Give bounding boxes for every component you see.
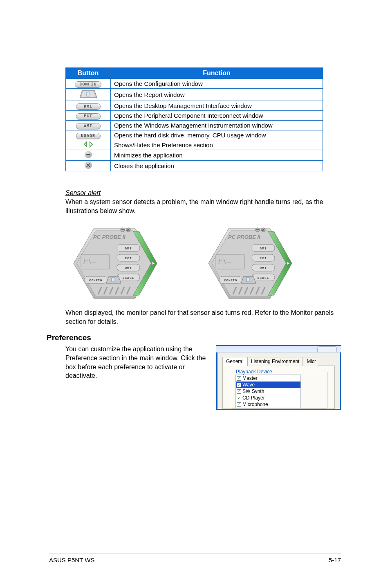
list-item[interactable]: ✓SW Synth (236, 388, 300, 395)
page-footer: ASUS P5NT WS 5-17 (49, 554, 341, 563)
button-cell (66, 161, 111, 171)
wmi-button[interactable]: WMI (76, 123, 101, 129)
sensor-alert-heading: Sensor alert (65, 189, 341, 197)
window-titlebar (216, 346, 341, 352)
list-item[interactable]: ✓Wave (236, 382, 300, 388)
svg-text:PCI: PCI (125, 256, 132, 260)
function-cell: Opens the Desktop Management Interface w… (111, 101, 323, 111)
checkbox[interactable]: ✓ (237, 396, 241, 400)
col-header-button: Button (66, 68, 111, 79)
checkbox[interactable]: ✓ (237, 402, 241, 407)
tab-listening-environment[interactable]: Listening Environment (247, 357, 303, 366)
svg-text:PC PROBE II: PC PROBE II (93, 234, 126, 240)
list-item-label: Microphone (242, 402, 268, 407)
dmi-button[interactable]: DMI (76, 103, 101, 110)
svg-marker-4 (90, 142, 92, 147)
checkbox[interactable]: ✓ (237, 383, 241, 387)
table-row: Shows/Hides the Preference section (66, 140, 323, 150)
function-cell: Opens the Windows Management Instrumenta… (111, 121, 323, 130)
function-cell: Opens the Peripheral Component Interconn… (111, 111, 323, 121)
table-row: Closes the application (66, 161, 323, 171)
svg-text:WMI: WMI (125, 266, 132, 270)
button-function-table: Button Function CONFIGOpens the Configur… (65, 67, 323, 171)
button-cell (66, 89, 111, 101)
col-header-function: Function (111, 68, 323, 79)
hex-illustrations-row: PC PROBE II /≡∖ ─ DMI PCI WMI USAGE CONF… (69, 222, 341, 304)
list-item[interactable]: ✓Microphone (236, 401, 300, 408)
pc-probe-hexagon-red: PC PROBE II /≡∖ ─ DMI PCI WMI USAGE CONF… (204, 222, 294, 304)
table-row: USAGEOpens the hard disk drive, memory, … (66, 130, 323, 140)
table-row: WMIOpens the Windows Management Instrume… (66, 121, 323, 130)
svg-text:PCI: PCI (260, 256, 267, 260)
preferences-heading: Preferences (47, 333, 341, 342)
preferences-para: You can customize the application using … (65, 345, 206, 380)
button-cell (66, 150, 111, 161)
tab-micr[interactable]: Micr (303, 357, 318, 366)
list-item-label: CD Player (242, 395, 265, 401)
button-cell: WMI (66, 121, 111, 130)
sensor-alert-para1: When a system sensor detects a problem, … (65, 197, 341, 215)
function-cell: Opens the Configuration window (111, 79, 323, 89)
button-cell: PCI (66, 111, 111, 121)
svg-text:USAGE: USAGE (257, 276, 269, 280)
minimize-icon[interactable] (85, 151, 92, 158)
function-cell: Opens the hard disk drive, memory, CPU u… (111, 130, 323, 140)
list-item-label: SW Synth (242, 388, 264, 394)
tab-row: General Listening Environment Micr (217, 357, 340, 366)
svg-text:PC PROBE II: PC PROBE II (228, 234, 260, 240)
close-icon[interactable] (85, 162, 92, 169)
button-cell: USAGE (66, 130, 111, 140)
button-cell: DMI (66, 101, 111, 111)
svg-rect-28 (112, 278, 115, 282)
footer-page-number: 5-17 (329, 557, 341, 563)
table-row: DMIOpens the Desktop Management Interfac… (66, 101, 323, 111)
preferences-panel: General Listening Environment Micr Playb… (216, 345, 341, 410)
playback-device-legend: Playback Device (235, 369, 273, 375)
function-cell: Shows/Hides the Preference section (111, 140, 323, 150)
svg-text:CONFIG: CONFIG (224, 278, 237, 282)
button-cell (66, 140, 111, 150)
svg-marker-3 (84, 142, 87, 147)
playback-device-listbox[interactable]: ✓Master✓Wave✓SW Synth✓CD Player✓Micropho… (235, 375, 301, 408)
list-item-label: Master (242, 375, 258, 381)
list-item[interactable]: ✓CD Player (236, 395, 300, 401)
footer-model: ASUS P5NT WS (49, 557, 94, 563)
svg-text:CONFIG: CONFIG (89, 278, 102, 282)
svg-rect-2 (87, 92, 90, 96)
config-button[interactable]: CONFIG (75, 81, 101, 88)
table-row: CONFIGOpens the Configuration window (66, 79, 323, 89)
button-cell: CONFIG (66, 79, 111, 89)
playback-device-fieldset: Playback Device ✓Master✓Wave✓SW Synth✓CD… (232, 372, 328, 408)
report-button[interactable] (80, 90, 97, 99)
function-cell: Opens the Report window (111, 89, 323, 101)
preference-arrows-icon[interactable] (83, 141, 94, 148)
list-item-label: Wave (242, 382, 255, 388)
table-row: PCIOpens the Peripheral Component Interc… (66, 111, 323, 121)
usage-button[interactable]: USAGE (76, 133, 101, 139)
svg-text:DMI: DMI (125, 247, 132, 250)
pci-button[interactable]: PCI (76, 113, 101, 119)
list-item[interactable]: ✓Master (236, 375, 300, 382)
table-row: Opens the Report window (66, 89, 323, 101)
sensor-alert-para2: When displayed, the monitor panel for th… (65, 308, 341, 326)
table-row: Minimizes the application (66, 150, 323, 161)
tab-general[interactable]: General (222, 357, 247, 366)
svg-text:USAGE: USAGE (122, 276, 134, 280)
svg-text:DMI: DMI (260, 247, 267, 250)
svg-text:/≡∖ ─: /≡∖ ─ (83, 258, 96, 265)
function-cell: Closes the application (111, 161, 323, 171)
checkbox[interactable]: ✓ (237, 376, 241, 381)
svg-text:/≡∖ ─: /≡∖ ─ (218, 258, 231, 265)
pc-probe-hexagon-green: PC PROBE II /≡∖ ─ DMI PCI WMI USAGE CONF… (69, 222, 159, 304)
function-cell: Minimizes the application (111, 150, 323, 161)
svg-text:WMI: WMI (260, 266, 267, 270)
svg-rect-58 (247, 278, 250, 282)
checkbox[interactable]: ✓ (237, 389, 241, 394)
